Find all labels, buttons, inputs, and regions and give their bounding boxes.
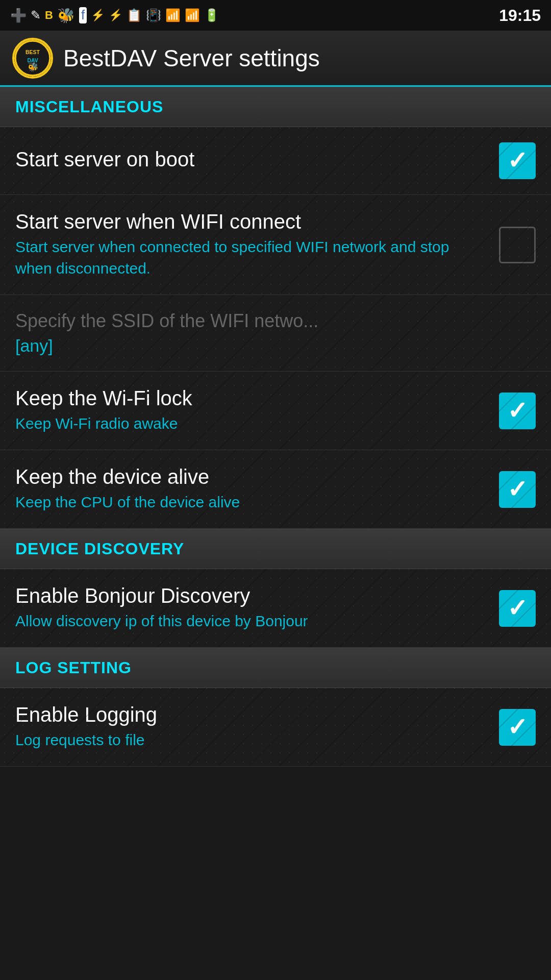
clipboard-icon: 📋 xyxy=(127,8,142,22)
setting-start-on-wifi-content: Start server when WIFI connect Start ser… xyxy=(15,210,499,279)
setting-device-alive-title: Keep the device alive xyxy=(15,465,489,488)
checkmark-icon: ✓ xyxy=(507,477,528,502)
add-icon: ➕ xyxy=(10,8,27,23)
checkbox-start-on-wifi[interactable] xyxy=(499,227,536,263)
checkbox-wifi-lock[interactable]: ✓ xyxy=(499,393,536,429)
usb-icon-2: ⚡ xyxy=(109,9,122,22)
facebook-icon: f xyxy=(79,7,87,23)
setting-wifi-lock-content: Keep the Wi-Fi lock Keep Wi-Fi radio awa… xyxy=(15,387,499,434)
ssid-field-label: Specify the SSID of the WIFI netwo... xyxy=(15,310,536,332)
status-bar: ➕ ✎ B 🐝 f ⚡ ⚡ 📋 📳 📶 📶 🔋 19:15 xyxy=(0,0,551,31)
setting-enable-logging-content: Enable Logging Log requests to file xyxy=(15,703,499,751)
vibrate-icon: 📳 xyxy=(146,8,161,22)
app-logo: BEST DAV 🐝 xyxy=(12,38,53,79)
page-title: BestDAV Server settings xyxy=(63,44,320,72)
setting-wifi-lock[interactable]: Keep the Wi-Fi lock Keep Wi-Fi radio awa… xyxy=(0,372,551,450)
setting-start-on-boot-content: Start server on boot xyxy=(15,148,499,174)
ssid-field-item[interactable]: Specify the SSID of the WIFI netwo... [a… xyxy=(0,295,551,372)
ssid-field-value: [any] xyxy=(15,336,536,356)
setting-device-alive[interactable]: Keep the device alive Keep the CPU of th… xyxy=(0,450,551,529)
checkmark-icon: ✓ xyxy=(507,399,528,423)
checkbox-enable-logging[interactable]: ✓ xyxy=(499,709,536,746)
setting-device-alive-content: Keep the device alive Keep the CPU of th… xyxy=(15,465,499,513)
clock: 19:15 xyxy=(499,6,541,25)
logo-svg: BEST DAV 🐝 xyxy=(14,39,51,78)
svg-text:BEST: BEST xyxy=(26,50,40,55)
status-bar-left-icons: ➕ ✎ B 🐝 f ⚡ ⚡ 📋 📳 📶 📶 🔋 xyxy=(10,7,219,24)
wifi-icon: 📶 xyxy=(165,8,181,22)
setting-wifi-lock-subtitle: Keep Wi-Fi radio awake xyxy=(15,413,489,434)
bestdav-icon: B xyxy=(45,9,53,22)
setting-enable-logging-title: Enable Logging xyxy=(15,703,489,726)
section-log-setting-label: LOG SETTING xyxy=(15,658,132,677)
checkbox-device-alive[interactable]: ✓ xyxy=(499,471,536,508)
edit-icon: ✎ xyxy=(31,8,41,22)
setting-enable-logging[interactable]: Enable Logging Log requests to file ✓ xyxy=(0,688,551,767)
section-log-setting-header: LOG SETTING xyxy=(0,648,551,688)
setting-start-on-boot[interactable]: Start server on boot ✓ xyxy=(0,127,551,195)
setting-start-on-wifi-subtitle: Start server when connected to specified… xyxy=(15,236,489,279)
setting-start-on-wifi[interactable]: Start server when WIFI connect Start ser… xyxy=(0,195,551,295)
checkmark-icon: ✓ xyxy=(507,149,528,173)
battery-icon: 🔋 xyxy=(204,8,219,22)
section-miscellaneous-header: MISCELLANEOUS xyxy=(0,87,551,127)
setting-device-alive-subtitle: Keep the CPU of the device alive xyxy=(15,492,489,513)
status-bar-right: 19:15 xyxy=(499,6,541,25)
setting-start-on-boot-title: Start server on boot xyxy=(15,148,489,171)
toolbar: BEST DAV 🐝 BestDAV Server settings xyxy=(0,31,551,87)
section-miscellaneous-label: MISCELLANEOUS xyxy=(15,97,163,116)
main-content: MISCELLANEOUS Start server on boot ✓ Sta… xyxy=(0,87,551,767)
signal-icon: 📶 xyxy=(185,8,200,22)
setting-enable-logging-subtitle: Log requests to file xyxy=(15,729,489,751)
checkbox-start-on-boot[interactable]: ✓ xyxy=(499,142,536,179)
svg-text:🐝: 🐝 xyxy=(28,61,39,72)
usb-icon-1: ⚡ xyxy=(91,9,105,22)
bee-icon: 🐝 xyxy=(57,7,75,24)
setting-bonjour-subtitle: Allow discovery ip of this device by Bon… xyxy=(15,610,489,632)
checkmark-icon: ✓ xyxy=(507,596,528,621)
setting-wifi-lock-title: Keep the Wi-Fi lock xyxy=(15,387,489,410)
checkmark-icon: ✓ xyxy=(507,715,528,740)
checkbox-bonjour[interactable]: ✓ xyxy=(499,590,536,627)
section-device-discovery-header: DEVICE DISCOVERY xyxy=(0,529,551,569)
setting-bonjour-discovery[interactable]: Enable Bonjour Discovery Allow discovery… xyxy=(0,569,551,648)
setting-start-on-wifi-title: Start server when WIFI connect xyxy=(15,210,489,233)
setting-bonjour-title: Enable Bonjour Discovery xyxy=(15,584,489,607)
setting-bonjour-content: Enable Bonjour Discovery Allow discovery… xyxy=(15,584,499,632)
section-device-discovery-label: DEVICE DISCOVERY xyxy=(15,540,184,558)
